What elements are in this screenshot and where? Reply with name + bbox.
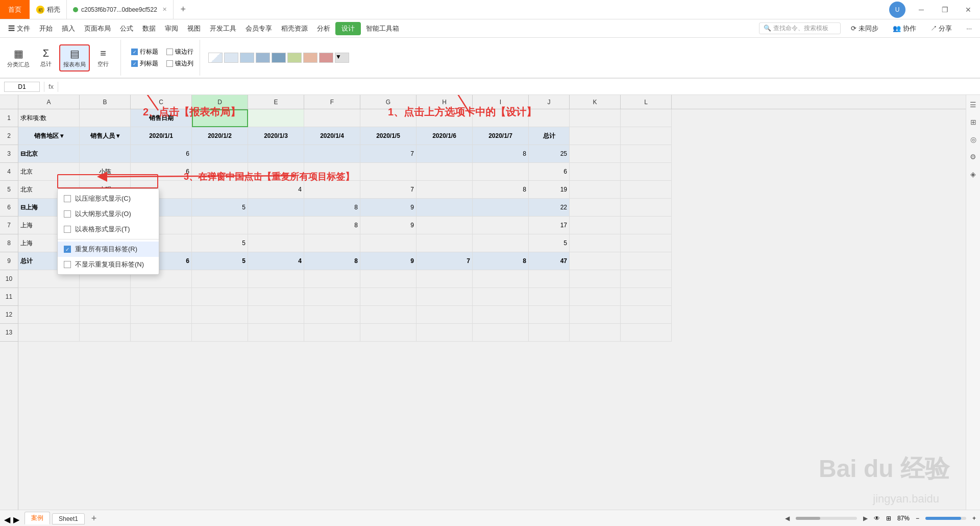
col-J[interactable]: J bbox=[529, 95, 570, 109]
cell-l1[interactable] bbox=[621, 109, 672, 127]
scroll-right[interactable]: ▶ bbox=[863, 515, 868, 522]
close-tab-icon[interactable]: ✕ bbox=[162, 6, 167, 13]
cell-i9[interactable]: 8 bbox=[473, 252, 529, 270]
cell-c1[interactable]: 销售日期 bbox=[131, 109, 192, 127]
zoom-in[interactable]: + bbox=[972, 515, 976, 522]
cell-j5[interactable]: 19 bbox=[529, 181, 570, 199]
col-C[interactable]: C bbox=[131, 95, 192, 109]
dd-compact-view[interactable]: 以压缩形式显示(C) bbox=[58, 191, 159, 206]
more-btn[interactable]: ··· bbox=[962, 22, 976, 34]
row-header-check[interactable]: ✓ 行标题 bbox=[131, 47, 158, 56]
menu-insert[interactable]: 插入 bbox=[58, 22, 79, 35]
cell-k8[interactable] bbox=[570, 234, 621, 252]
cell-a4[interactable]: 北京 bbox=[18, 163, 80, 181]
cell-f1[interactable] bbox=[304, 109, 360, 127]
blank-row-button[interactable]: ≡ 空行 bbox=[92, 45, 114, 70]
cell-h3[interactable] bbox=[416, 145, 473, 163]
view-icon-1[interactable]: 👁 bbox=[874, 515, 880, 522]
sync-status[interactable]: ⟳ 未同步 bbox=[847, 22, 883, 35]
sidebar-icon-5[interactable]: ◈ bbox=[968, 169, 979, 180]
col-K[interactable]: K bbox=[570, 95, 621, 109]
cell-h2[interactable]: 2020/1/6 bbox=[416, 127, 473, 145]
collaborate-btn[interactable]: 👥 协作 bbox=[889, 22, 920, 35]
cell-l8[interactable] bbox=[621, 234, 672, 252]
cell-e4[interactable] bbox=[248, 163, 304, 181]
cell-k2[interactable] bbox=[570, 127, 621, 145]
banded-col-check[interactable]: 镶边列 bbox=[166, 59, 193, 68]
style-swatch-7[interactable] bbox=[303, 53, 317, 63]
cell-i6[interactable] bbox=[473, 199, 529, 217]
dd-outline-view[interactable]: 以大纲形式显示(O) bbox=[58, 206, 159, 222]
cell-f8[interactable] bbox=[304, 234, 360, 252]
cell-j9[interactable]: 47 bbox=[529, 252, 570, 270]
cell-i3[interactable]: 8 bbox=[473, 145, 529, 163]
share-btn[interactable]: ↗ 分享 bbox=[926, 22, 957, 35]
col-D[interactable]: D bbox=[192, 95, 248, 109]
cell-h8[interactable] bbox=[416, 234, 473, 252]
cell-f5[interactable] bbox=[304, 181, 360, 199]
cell-e3[interactable] bbox=[248, 145, 304, 163]
cell-g2[interactable]: 2020/1/5 bbox=[360, 127, 416, 145]
cell-g4[interactable] bbox=[360, 163, 416, 181]
col-B[interactable]: B bbox=[80, 95, 131, 109]
cell-c3[interactable]: 6 bbox=[131, 145, 192, 163]
sidebar-icon-3[interactable]: ◎ bbox=[968, 134, 979, 145]
style-swatch-2[interactable] bbox=[224, 53, 238, 63]
cell-k3[interactable] bbox=[570, 145, 621, 163]
search-box[interactable]: 🔍 查找命令、搜索模板 bbox=[759, 22, 841, 34]
cell-d5[interactable] bbox=[192, 181, 248, 199]
cell-b1[interactable] bbox=[80, 109, 131, 127]
cell-j3[interactable]: 25 bbox=[529, 145, 570, 163]
menu-review[interactable]: 审阅 bbox=[161, 22, 182, 35]
cell-l6[interactable] bbox=[621, 199, 672, 217]
scroll-left[interactable]: ◀ bbox=[785, 515, 790, 522]
cell-l4[interactable] bbox=[621, 163, 672, 181]
banded-row-checkbox[interactable] bbox=[166, 49, 173, 55]
cell-i5[interactable]: 8 bbox=[473, 181, 529, 199]
menu-vip[interactable]: 会员专享 bbox=[241, 22, 276, 35]
cell-e8[interactable] bbox=[248, 234, 304, 252]
zoom-out[interactable]: − bbox=[916, 515, 919, 522]
cell-k1[interactable] bbox=[570, 109, 621, 127]
sidebar-icon-2[interactable]: ⊞ bbox=[968, 116, 979, 128]
style-swatch-8[interactable] bbox=[319, 53, 333, 63]
cell-g3[interactable]: 7 bbox=[360, 145, 416, 163]
sheet-tab-sheet1[interactable]: Sheet1 bbox=[52, 513, 85, 524]
cell-a1[interactable]: 求和项:数 bbox=[18, 109, 80, 127]
menu-design[interactable]: 设计 bbox=[335, 22, 361, 35]
cell-h1[interactable] bbox=[416, 109, 473, 127]
dd-repeat-labels[interactable]: ✓ 重复所有项目标签(R) bbox=[58, 242, 159, 257]
total-button[interactable]: Σ 总计 bbox=[35, 45, 57, 70]
cell-g6[interactable]: 9 bbox=[360, 199, 416, 217]
style-swatch-3[interactable] bbox=[240, 53, 254, 63]
cell-i4[interactable] bbox=[473, 163, 529, 181]
cell-g7[interactable]: 9 bbox=[360, 217, 416, 234]
cell-k5[interactable] bbox=[570, 181, 621, 199]
cell-h7[interactable] bbox=[416, 217, 473, 234]
cell-c4[interactable]: 6 bbox=[131, 163, 192, 181]
cell-l2[interactable] bbox=[621, 127, 672, 145]
cell-i1[interactable] bbox=[473, 109, 529, 127]
cell-g9[interactable]: 9 bbox=[360, 252, 416, 270]
col-G[interactable]: G bbox=[360, 95, 416, 109]
menu-page-layout[interactable]: 页面布局 bbox=[80, 22, 115, 35]
file-tab[interactable]: c2053f6b707...0dbee9cf522 ✕ bbox=[66, 0, 174, 19]
cell-j6[interactable]: 22 bbox=[529, 199, 570, 217]
report-layout-button[interactable]: ▤ 报表布局 bbox=[59, 44, 90, 71]
avatar[interactable]: U bbox=[889, 2, 905, 18]
prev-sheet[interactable]: ◀ bbox=[4, 515, 10, 524]
col-I[interactable]: I bbox=[473, 95, 529, 109]
zoom-slider[interactable] bbox=[925, 517, 966, 520]
style-swatch-1[interactable] bbox=[208, 53, 223, 63]
col-L[interactable]: L bbox=[621, 95, 672, 109]
menu-analyze[interactable]: 分析 bbox=[313, 22, 334, 35]
cell-e5[interactable]: 4 bbox=[248, 181, 304, 199]
cell-d9[interactable]: 5 bbox=[192, 252, 248, 270]
style-swatch-6[interactable] bbox=[287, 53, 302, 63]
cell-h5[interactable] bbox=[416, 181, 473, 199]
cell-b2[interactable]: 销售人员 ▾ bbox=[80, 127, 131, 145]
row-header-checkbox[interactable]: ✓ bbox=[131, 49, 138, 55]
menu-dev-tools[interactable]: 开发工具 bbox=[206, 22, 240, 35]
cell-j1[interactable] bbox=[529, 109, 570, 127]
add-sheet-button[interactable]: + bbox=[87, 512, 101, 524]
